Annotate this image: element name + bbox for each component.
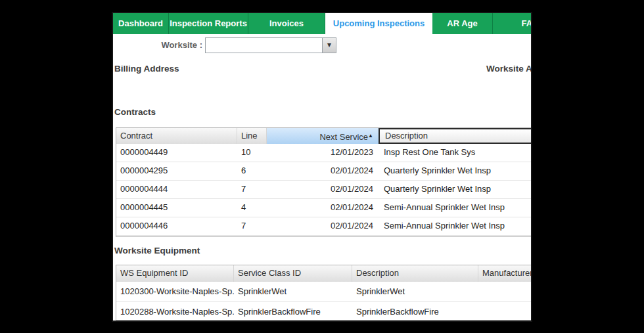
line-cell: 4 — [237, 199, 267, 217]
description-cell: Quarterly Sprinkler Wet Insp — [379, 162, 532, 180]
table-row[interactable]: 0000004446 7 02/01/2024 Semi-Annual Spri… — [116, 217, 532, 236]
column-header-contract[interactable]: Contract — [116, 128, 237, 144]
worksite-equipment-heading: Worksite Equipment — [114, 246, 200, 255]
app-window: Dashboard Inspection Reports Invoices Up… — [112, 12, 532, 322]
line-cell: 7 — [237, 181, 267, 198]
manufacturer-cell — [478, 282, 532, 301]
column-header-line[interactable]: Line — [237, 128, 267, 144]
service-class-id-cell: SprinklerBackflowFire — [234, 302, 352, 321]
description-cell: Semi-Annual Sprinkler Wet Insp — [379, 199, 532, 217]
column-header-ws-equipment-id[interactable]: WS Equipment ID — [116, 265, 234, 282]
description-cell: SprinklerWet — [352, 282, 478, 301]
worksite-label: Worksite : — [113, 40, 202, 50]
next-service-cell: 12/01/2023 — [267, 144, 379, 162]
manufacturer-cell — [478, 302, 532, 321]
table-row[interactable]: 0000004445 4 02/01/2024 Semi-Annual Spri… — [116, 199, 532, 217]
tab-upcoming-inspections[interactable]: Upcoming Inspections — [325, 13, 432, 34]
line-cell: 7 — [237, 217, 267, 235]
next-service-cell: 02/01/2024 — [267, 181, 379, 198]
ws-equipment-id-cell: 1020300-Worksite-Naples-Sp... — [116, 282, 234, 301]
column-header-next-service[interactable]: Next Service▲ — [267, 128, 379, 144]
tab-inspection-reports[interactable]: Inspection Reports — [169, 13, 248, 34]
tab-invoices[interactable]: Invoices — [248, 13, 325, 34]
column-header-manufacturer[interactable]: Manufacturer — [478, 265, 532, 282]
equipment-table-header: WS Equipment ID Service Class ID Descrip… — [116, 265, 532, 282]
sort-ascending-icon: ▲ — [368, 133, 373, 139]
tab-ar-age[interactable]: AR Age — [432, 13, 493, 34]
table-row[interactable]: 1020288-Worksite-Naples-Sp... SprinklerB… — [116, 302, 532, 321]
column-header-description[interactable]: Description — [379, 128, 532, 144]
column-header-next-service-label: Next Service — [319, 132, 368, 142]
tab-dashboard[interactable]: Dashboard — [113, 13, 169, 34]
worksite-select[interactable]: ▾ — [205, 37, 336, 53]
worksite-filter-row: Worksite : ▾ — [113, 37, 531, 54]
contract-cell: 0000004444 — [116, 181, 237, 198]
line-cell: 10 — [237, 144, 267, 162]
contract-cell: 0000004445 — [116, 199, 237, 217]
worksite-address-heading: Worksite Address — [486, 64, 532, 74]
worksite-equipment-table: WS Equipment ID Service Class ID Descrip… — [116, 265, 532, 321]
description-cell: SprinklerBackflowFire — [352, 302, 478, 321]
next-service-cell: 02/01/2024 — [267, 217, 379, 235]
table-row[interactable]: 0000004295 6 02/01/2024 Quarterly Sprink… — [116, 162, 532, 181]
chevron-down-icon[interactable]: ▾ — [322, 38, 336, 53]
contract-cell: 0000004446 — [116, 217, 237, 235]
service-class-id-cell: SprinklerWet — [234, 282, 352, 301]
tab-bar: Dashboard Inspection Reports Invoices Up… — [113, 13, 531, 34]
description-cell: Insp Rest One Tank Sys — [379, 144, 532, 162]
contracts-table: Contract Line Next Service▲ Description … — [116, 127, 532, 237]
ws-equipment-id-cell: 1020288-Worksite-Naples-Sp... — [116, 302, 234, 321]
line-cell: 6 — [237, 162, 267, 180]
contract-cell: 0000004295 — [116, 162, 237, 180]
table-row[interactable]: 0000004444 7 02/01/2024 Quarterly Sprink… — [116, 181, 532, 199]
next-service-cell: 02/01/2024 — [267, 199, 379, 217]
description-cell: Semi-Annual Sprinkler Wet Insp — [379, 217, 532, 235]
column-header-description[interactable]: Description — [352, 265, 478, 282]
table-row[interactable]: 0000004449 10 12/01/2023 Insp Rest One T… — [116, 144, 532, 162]
contracts-heading: Contracts — [114, 107, 156, 117]
table-row[interactable]: 1020300-Worksite-Naples-Sp... SprinklerW… — [116, 282, 532, 302]
contract-cell: 0000004449 — [116, 144, 237, 162]
contracts-table-header: Contract Line Next Service▲ Description — [116, 128, 532, 144]
next-service-cell: 02/01/2024 — [267, 162, 379, 180]
tab-faqs[interactable]: FAQs — [493, 13, 531, 34]
description-cell: Quarterly Sprinkler Wet Insp — [379, 181, 532, 198]
billing-address-heading: Billing Address — [114, 64, 179, 74]
column-header-service-class-id[interactable]: Service Class ID — [234, 265, 352, 282]
